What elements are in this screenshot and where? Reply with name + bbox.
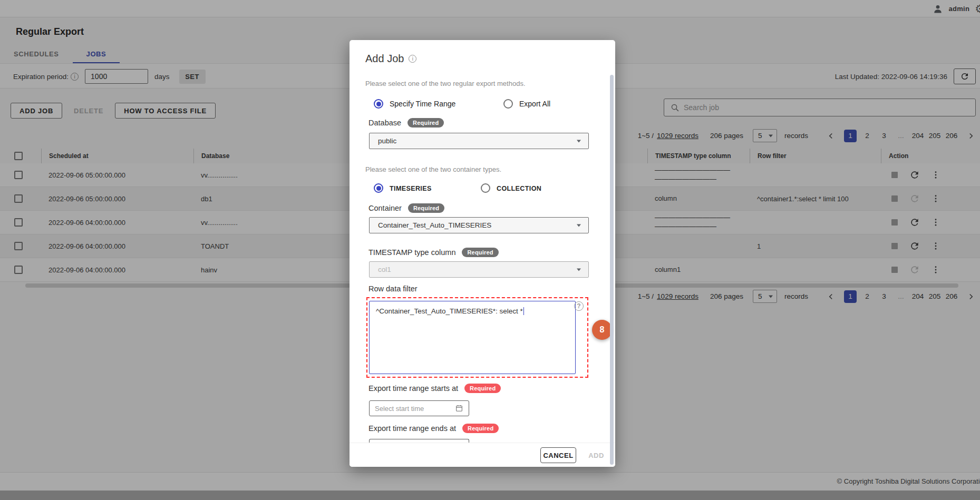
method-hint: Please select one of the two regular exp… — [365, 80, 526, 87]
chevron-down-icon — [577, 268, 581, 271]
radio-label[interactable]: Specify Time Range — [390, 100, 455, 108]
row-data-filter-label: Row data filter — [368, 285, 418, 293]
help-icon[interactable]: ? — [574, 301, 584, 311]
chevron-down-icon — [577, 140, 581, 142]
modal-scrollbar[interactable] — [610, 75, 614, 465]
database-label: Database — [368, 119, 401, 127]
radio-timeseries[interactable] — [374, 183, 383, 193]
chevron-down-icon — [577, 224, 581, 227]
start-time-input[interactable]: Select start time — [369, 400, 469, 416]
add-button: ADD — [584, 447, 609, 463]
required-badge: Required — [462, 248, 498, 257]
add-job-dialog: Add Jobi Please select one of the two re… — [350, 40, 615, 467]
annotation-highlight-box: ^Container_Test_Auto_TIMESERIES*: select… — [366, 297, 588, 378]
radio-label[interactable]: COLLECTION — [497, 185, 541, 192]
info-icon[interactable]: i — [409, 55, 416, 63]
required-badge: Required — [407, 118, 444, 128]
screen: admin ⚙ Regular Export SCHEDULES JOBS Ex… — [0, 0, 980, 500]
radio-specify-time-range[interactable] — [374, 99, 383, 109]
required-badge: Required — [464, 384, 501, 393]
start-time-label: Export time range starts at — [368, 384, 458, 393]
required-badge: Required — [462, 424, 499, 433]
row-data-filter-textarea[interactable]: ^Container_Test_Auto_TIMESERIES*: select… — [369, 301, 576, 374]
calendar-icon — [455, 404, 463, 413]
radio-export-all[interactable] — [503, 99, 513, 109]
container-type-group: TIMESERIES COLLECTION — [350, 183, 615, 194]
radio-label[interactable]: TIMESERIES — [390, 185, 432, 192]
timestamp-column-label: TIMESTAMP type column — [368, 248, 455, 257]
annotation-step-badge: 8 — [592, 320, 612, 340]
end-time-label: Export time range ends at — [368, 424, 456, 433]
export-method-group: Specify Time Range Export All — [350, 99, 615, 110]
text-caret — [523, 307, 525, 315]
container-label: Container — [368, 204, 402, 212]
start-time-placeholder: Select start time — [375, 405, 455, 413]
container-hint: Please select one of the two container t… — [365, 165, 501, 173]
container-select[interactable]: Container_Test_Auto_TIMESERIES — [369, 217, 589, 233]
dialog-title: Add Job — [365, 53, 404, 65]
radio-label[interactable]: Export All — [519, 100, 550, 108]
radio-collection[interactable] — [481, 183, 490, 193]
timestamp-column-select: col1 — [369, 261, 589, 278]
cancel-button[interactable]: CANCEL — [540, 447, 576, 463]
database-select[interactable]: public — [369, 133, 589, 149]
dialog-footer: CANCEL ADD — [350, 443, 615, 467]
required-badge: Required — [408, 203, 444, 213]
